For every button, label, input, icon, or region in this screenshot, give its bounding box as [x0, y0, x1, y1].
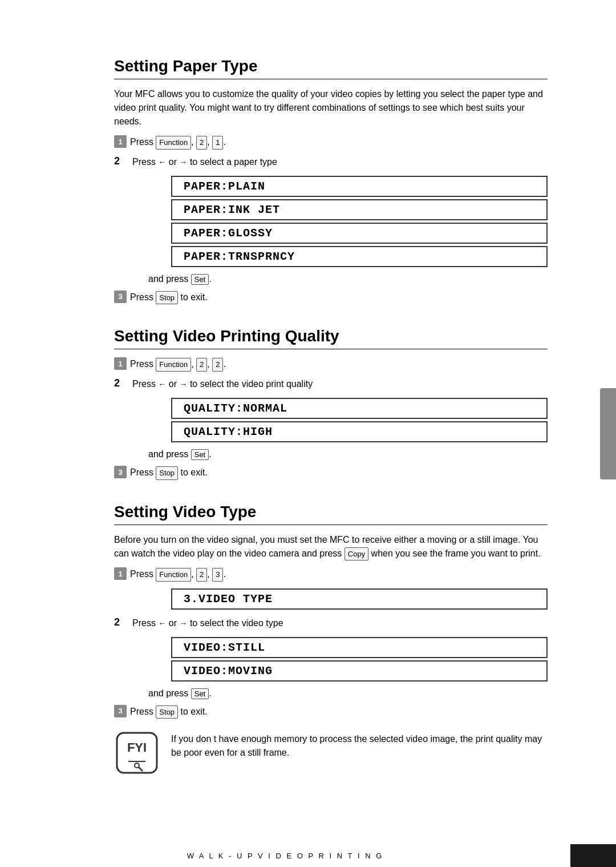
function-key: Function	[156, 136, 191, 150]
lcd-box: 3.VIDEO TYPE	[171, 588, 548, 610]
arrow-right-icon: →	[179, 378, 187, 390]
function-key: Function	[156, 568, 191, 582]
and-press-set-2: and press Set.	[148, 449, 548, 460]
step-content: Press ← or → to select the video type	[132, 616, 548, 630]
page-footer: W A L K - U P V I D E O P R I N T I N G	[0, 844, 616, 867]
step-number-1: 1	[114, 135, 127, 148]
paper-type-lcd: PAPER:PLAIN PAPER:INK JET PAPER:GLOSSY P…	[171, 176, 548, 267]
video-type-lcd-single: 3.VIDEO TYPE	[171, 588, 548, 610]
paper-type-step3-list: 3 Press Stop to exit.	[114, 291, 548, 305]
arrow-left-icon: ←	[158, 156, 166, 168]
right-tab	[600, 388, 616, 479]
and-press-set-1: and press Set.	[148, 274, 548, 285]
key-2b: 2	[212, 358, 223, 372]
footer-black-block	[570, 844, 616, 867]
fyi-text: If you don t have enough memory to proce…	[171, 730, 548, 760]
video-quality-step3-list: 3 Press Stop to exit.	[114, 466, 548, 480]
arrow-left-icon: ←	[158, 378, 166, 390]
step-content: Press Stop to exit.	[130, 466, 548, 480]
set-key: Set	[191, 688, 209, 699]
video-quality-lcd: QUALITY:NORMAL QUALITY:HIGH	[171, 398, 548, 442]
video-quality-steps: 1 Press Function, 2, 2. 2 Press ← or → t…	[114, 357, 548, 391]
paper-type-steps: 1 Press Function, 2, 1. 2 Press ← or → t…	[114, 135, 548, 169]
lcd-box: PAPER:INK JET	[171, 199, 548, 220]
lcd-box: PAPER:GLOSSY	[171, 223, 548, 244]
section-title-video-type: Setting Video Type	[114, 503, 548, 521]
function-key: Function	[156, 358, 191, 372]
step-number-3: 3	[114, 291, 127, 303]
step-content: Press Stop to exit.	[130, 291, 548, 305]
page-container: Setting Paper Type Your MFC allows you t…	[0, 0, 616, 867]
step-number-2: 2	[114, 377, 130, 389]
step-item: 3 Press Stop to exit.	[114, 291, 548, 305]
step-number-1: 1	[114, 357, 127, 370]
arrow-right-icon: →	[179, 618, 187, 630]
set-key: Set	[191, 274, 209, 285]
key-2: 2	[196, 136, 207, 150]
video-type-lcd: VIDEO:STILL VIDEO:MOVING	[171, 637, 548, 681]
step-number-2: 2	[114, 155, 130, 167]
step-number-2: 2	[114, 616, 130, 628]
copy-key: Copy	[345, 547, 368, 561]
svg-line-4	[139, 767, 143, 771]
fyi-section: FYI If you don t have enough memory to p…	[114, 730, 548, 776]
step-content: Press Function, 2, 3.	[130, 567, 548, 582]
step-content: Press Function, 2, 2.	[130, 357, 548, 372]
set-key: Set	[191, 449, 209, 460]
key-1: 1	[212, 136, 223, 150]
section-title-paper-type: Setting Paper Type	[114, 57, 548, 75]
step-item: 2 Press ← or → to select the video print…	[114, 377, 548, 391]
lcd-box: QUALITY:NORMAL	[171, 398, 548, 419]
lcd-box: VIDEO:STILL	[171, 637, 548, 658]
step-item: 2 Press ← or → to select the video type	[114, 616, 548, 630]
stop-key: Stop	[156, 466, 178, 480]
step-item: 2 Press ← or → to select a paper type	[114, 155, 548, 169]
step-item: 3 Press Stop to exit.	[114, 705, 548, 719]
step-item: 1 Press Function, 2, 1.	[114, 135, 548, 150]
step-item: 1 Press Function, 2, 3.	[114, 567, 548, 582]
step-content: Press ← or → to select a paper type	[132, 155, 548, 169]
and-press-set-3: and press Set.	[148, 688, 548, 699]
lcd-box: PAPER:TRNSPRNCY	[171, 246, 548, 267]
step-content: Press Stop to exit.	[130, 705, 548, 719]
stop-key: Stop	[156, 291, 178, 305]
fyi-icon: FYI	[114, 730, 160, 776]
step-number-3: 3	[114, 466, 127, 478]
video-type-intro: Before you turn on the video signal, you…	[114, 533, 548, 561]
lcd-box: PAPER:PLAIN	[171, 176, 548, 197]
video-type-step3-list: 3 Press Stop to exit.	[114, 705, 548, 719]
step-item: 3 Press Stop to exit.	[114, 466, 548, 480]
svg-text:FYI: FYI	[127, 740, 147, 755]
footer-text: W A L K - U P V I D E O P R I N T I N G	[0, 845, 570, 867]
key-2: 2	[196, 568, 207, 582]
video-type-steps: 1 Press Function, 2, 3.	[114, 567, 548, 582]
step-item: 1 Press Function, 2, 2.	[114, 357, 548, 372]
arrow-right-icon: →	[179, 156, 187, 168]
section-title-video-quality: Setting Video Printing Quality	[114, 327, 548, 345]
lcd-box: QUALITY:HIGH	[171, 421, 548, 442]
stop-key: Stop	[156, 705, 178, 719]
section-divider-1	[114, 79, 548, 79]
paper-type-intro: Your MFC allows you to customize the qua…	[114, 87, 548, 128]
step-number-1: 1	[114, 567, 127, 580]
key-3: 3	[212, 568, 223, 582]
video-type-step2-list: 2 Press ← or → to select the video type	[114, 616, 548, 630]
section-divider-3	[114, 525, 548, 525]
lcd-box: VIDEO:MOVING	[171, 660, 548, 681]
step-number-3: 3	[114, 705, 127, 717]
step-content: Press Function, 2, 1.	[130, 135, 548, 150]
arrow-left-icon: ←	[158, 618, 166, 630]
section-divider-2	[114, 349, 548, 349]
key-2: 2	[196, 358, 207, 372]
step-content: Press ← or → to select the video print q…	[132, 377, 548, 391]
svg-point-3	[135, 763, 139, 768]
